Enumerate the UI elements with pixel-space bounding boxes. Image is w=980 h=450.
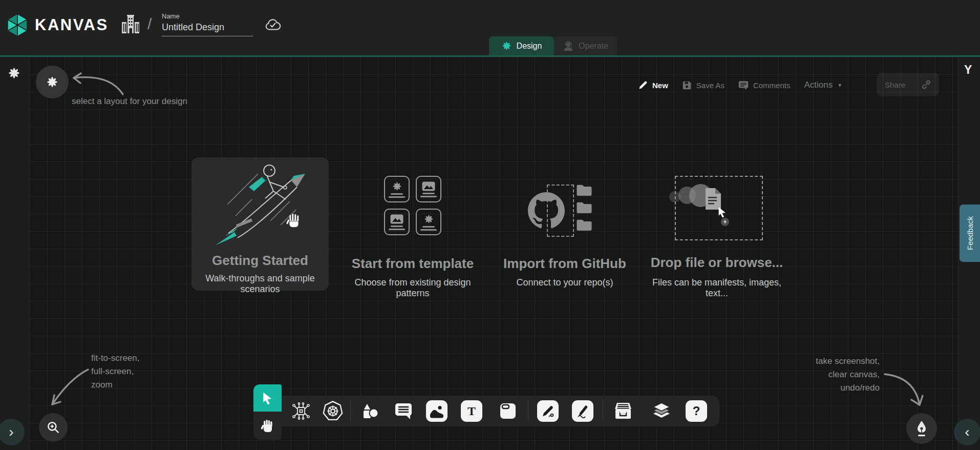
design-pinwheel-icon — [501, 40, 512, 51]
template-tile — [384, 209, 410, 235]
pen-nib-icon — [914, 420, 929, 437]
actions-dropdown[interactable]: Actions ▾ — [804, 80, 841, 90]
add-plus-badge: + — [721, 218, 729, 226]
brand-hexagon-icon — [6, 13, 29, 37]
share-button[interactable]: Share — [877, 73, 939, 96]
pen-tool-button[interactable] — [537, 400, 559, 422]
design-name-value[interactable]: Untitled Design — [162, 22, 253, 36]
folder-icon — [576, 183, 593, 197]
breadcrumb-separator: / — [147, 15, 152, 33]
pan-hand-icon — [261, 418, 275, 434]
start-from-template-card[interactable]: Start from template Choose from existing… — [342, 157, 483, 291]
layout-selector-button[interactable] — [36, 66, 69, 98]
comment-tool-button[interactable] — [392, 400, 415, 422]
card-title: Drop file or browse... — [641, 255, 793, 271]
share-label: Share — [885, 80, 905, 89]
card-title: Start from template — [342, 256, 483, 272]
cloud-saved-icon — [265, 18, 281, 32]
tab-design-label: Design — [517, 42, 542, 51]
select-tool-button[interactable] — [253, 384, 282, 412]
comments-button[interactable]: Comments — [738, 80, 791, 90]
card-subtitle: Files can be manifests, images, text... — [641, 277, 793, 299]
app-header: KANVAS / — [0, 0, 980, 55]
share-link-icon — [922, 80, 931, 89]
save-floppy-icon — [682, 80, 692, 90]
pen-mode-button[interactable] — [906, 413, 937, 444]
design-canvas[interactable]: Y Feedback select a layout for your desi… — [0, 55, 980, 450]
name-field-label: Name — [162, 12, 253, 20]
new-label: New — [652, 81, 668, 90]
text-tool-button[interactable]: T — [461, 400, 482, 422]
hand-cursor-icon — [286, 212, 302, 229]
image-icon — [429, 403, 444, 419]
archive-drawer-icon — [613, 401, 633, 421]
component-chip-icon — [291, 401, 311, 421]
kanvas-app: KANVAS / — [0, 0, 980, 450]
left-rail — [0, 57, 29, 450]
tab-operate[interactable]: Operate — [554, 36, 617, 55]
tab-operate-label: Operate — [579, 42, 608, 51]
component-tool-button[interactable] — [290, 400, 312, 422]
note-icon — [498, 401, 518, 421]
brand-name: KANVAS — [35, 16, 109, 34]
operator-headset-icon — [563, 40, 574, 52]
brand-logo[interactable]: KANVAS — [6, 13, 109, 37]
kubernetes-helm-icon — [322, 400, 344, 422]
save-as-label: Save As — [696, 81, 725, 90]
organization-icon[interactable] — [120, 14, 141, 35]
template-tile — [416, 176, 441, 202]
actions-label: Actions — [804, 80, 833, 90]
expand-right-panel-button[interactable]: ‹ — [954, 419, 980, 445]
chevron-down-icon: ▾ — [838, 81, 841, 89]
y-logo-icon[interactable]: Y — [964, 63, 972, 77]
card-subtitle: Choose from existing design patterns — [342, 277, 483, 299]
note-tool-button[interactable] — [497, 400, 519, 422]
pan-hand-tool-button[interactable] — [253, 412, 282, 440]
archive-tool-button[interactable] — [612, 400, 634, 422]
pencil-scribble-icon — [576, 404, 590, 418]
image-tool-button[interactable] — [426, 400, 448, 422]
save-as-button[interactable]: Save As — [682, 80, 725, 90]
rocket-doodle-illustration — [209, 160, 311, 248]
getting-started-card[interactable]: Getting Started Walk-throughs and sample… — [191, 157, 329, 291]
kubernetes-tool-button[interactable] — [322, 400, 344, 422]
shapes-tool-button[interactable] — [358, 400, 381, 422]
design-name-field[interactable]: Name Untitled Design — [162, 12, 253, 36]
select-cursor-icon — [261, 392, 274, 405]
spinner-pinwheel-icon[interactable] — [7, 66, 21, 80]
help-tool-button[interactable]: ? — [686, 400, 707, 422]
zoom-button[interactable] — [39, 413, 68, 442]
canvas-action-toolbar: New Save As Comments Actions — [638, 75, 841, 95]
tab-design[interactable]: Design — [489, 36, 554, 55]
toolbar-divider — [350, 401, 351, 421]
card-title: Import from GitHub — [499, 256, 630, 272]
help-glyph: ? — [693, 404, 700, 418]
template-tile — [416, 209, 441, 235]
toolbar-divider — [603, 401, 603, 421]
github-octocat-icon — [528, 192, 565, 229]
feedback-tab[interactable]: Feedback — [960, 204, 980, 262]
bottom-left-hint-text: fit-to-screen, full-screen, zoom — [91, 352, 139, 392]
bottom-right-hint-text: take screenshot, clear canvas, undo/redo — [816, 355, 880, 395]
card-subtitle: Connect to your repo(s) — [499, 277, 630, 288]
card-subtitle: Walk-throughs and sample scenarios — [191, 273, 329, 295]
comments-label: Comments — [753, 81, 791, 90]
layers-tool-button[interactable] — [650, 400, 673, 422]
import-from-github-card[interactable]: Import from GitHub Connect to your repo(… — [499, 157, 630, 291]
feedback-label: Feedback — [966, 216, 974, 250]
template-tile — [384, 176, 410, 202]
pointer-cursor-icon — [717, 207, 728, 218]
pencil-tool-button[interactable] — [572, 400, 593, 422]
drop-file-card[interactable]: + Drop file or browse... Files can be ma… — [641, 157, 793, 291]
layout-hint-text: select a layout for your design — [72, 96, 187, 107]
new-button[interactable]: New — [638, 80, 668, 90]
card-title: Getting Started — [191, 253, 329, 269]
layers-icon — [651, 401, 672, 421]
shapes-icon — [359, 401, 380, 421]
new-pencil-icon — [638, 80, 648, 90]
comments-bubble-icon — [738, 80, 749, 90]
folder-icon — [576, 200, 593, 214]
template-preview-tiles — [384, 176, 441, 235]
magnifier-plus-icon — [46, 420, 60, 435]
folder-icon — [576, 218, 593, 232]
